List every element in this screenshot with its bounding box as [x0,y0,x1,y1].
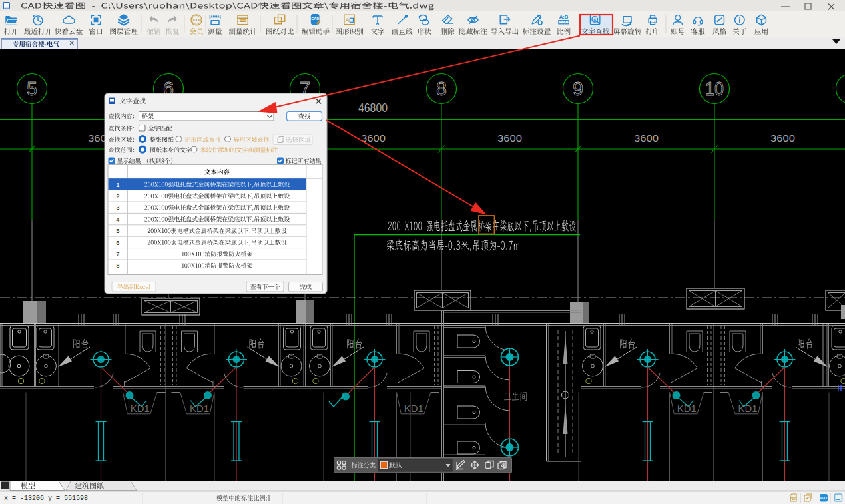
svg-text:3600: 3600 [770,132,795,144]
svg-text:VIP: VIP [192,17,200,22]
svg-text:CAD: CAD [311,17,319,21]
svg-text:3600: 3600 [634,132,659,144]
svg-text:A:B: A:B [559,14,569,20]
svg-text:6: 6 [116,239,119,246]
svg-text:46800: 46800 [358,101,388,115]
svg-text:8: 8 [116,262,119,269]
svg-text:PDF: PDF [790,497,796,501]
svg-text:5: 5 [116,227,119,234]
svg-text:x = -13206 y = 551598: x = -13206 y = 551598 [4,495,88,502]
svg-text:7: 7 [116,250,119,258]
svg-text:KD1: KD1 [738,403,758,414]
svg-text:10: 10 [705,77,724,99]
svg-text:4: 4 [116,216,119,223]
svg-text:KD1: KD1 [190,403,209,414]
svg-text:5: 5 [27,77,37,99]
svg-text:P-O: P-O [820,496,828,500]
svg-text:KD1: KD1 [677,403,697,414]
svg-text:8: 8 [436,77,447,99]
svg-text:KD1: KD1 [131,403,150,414]
svg-text:1: 1 [116,181,119,188]
svg-text:3: 3 [116,204,119,211]
svg-text:2: 2 [116,192,119,200]
svg-text:9: 9 [573,77,583,99]
svg-text:3600: 3600 [497,132,522,144]
svg-text:3600: 3600 [361,132,386,144]
svg-text:KD1: KD1 [404,403,423,414]
